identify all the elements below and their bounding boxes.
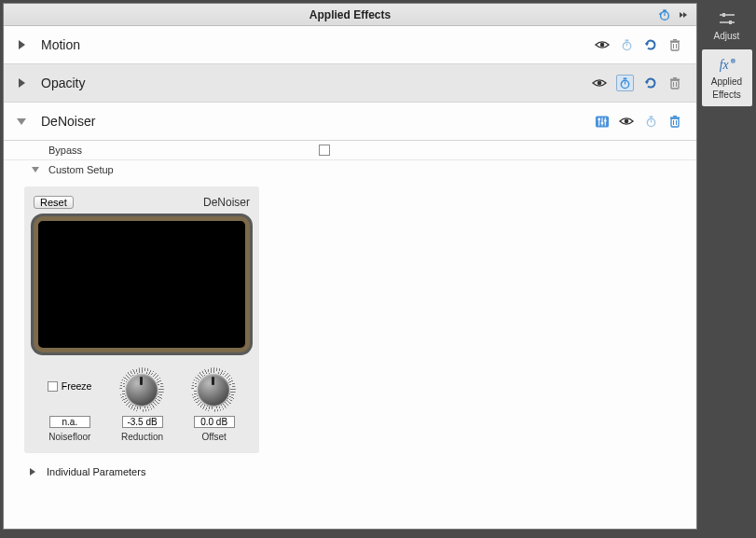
applied-effects-panel: Applied Effects Motion	[3, 3, 697, 530]
panel-header-controls	[657, 7, 691, 22]
svg-text:fx: fx	[719, 57, 728, 71]
bypass-label: Bypass	[48, 145, 282, 156]
reduction-value[interactable]: -3.5 dB	[122, 416, 163, 428]
disclosure-individual-params[interactable]	[30, 468, 41, 476]
svg-rect-22	[673, 77, 677, 79]
individual-params-row[interactable]: Individual Parameters	[4, 461, 696, 483]
svg-rect-41	[722, 13, 725, 17]
disclosure-opacity[interactable]	[15, 76, 28, 90]
effect-name: DeNoiser	[41, 114, 595, 129]
rail-tab-adjust[interactable]: Adjust	[702, 4, 752, 48]
noisefloor-label: Noisefloor	[48, 432, 90, 442]
eye-icon[interactable]	[619, 114, 634, 129]
svg-point-30	[625, 119, 629, 124]
svg-rect-1	[663, 9, 667, 11]
trash-icon[interactable]	[667, 114, 682, 129]
reduction-label: Reduction	[121, 432, 163, 442]
svg-rect-42	[729, 21, 732, 24]
stopwatch-icon[interactable]	[619, 37, 634, 52]
freeze-checkbox[interactable]	[48, 381, 58, 392]
panel-menu-icon[interactable]	[676, 7, 691, 22]
svg-rect-15	[624, 77, 627, 79]
disclosure-denoiser[interactable]	[15, 115, 28, 128]
effects-list: Motion Opacity	[4, 26, 696, 529]
freeze-label: Freeze	[62, 380, 92, 392]
noise-scope-display	[34, 216, 250, 352]
svg-point-13	[598, 81, 602, 86]
offset-knob[interactable]	[191, 367, 236, 412]
rail-tab-label-l1: Applied	[711, 76, 742, 88]
svg-rect-28	[601, 121, 603, 123]
bypass-row: Bypass	[4, 141, 696, 160]
svg-rect-8	[671, 42, 679, 50]
rail-tab-applied-effects[interactable]: fx Applied Effects	[702, 49, 752, 106]
reduction-knob[interactable]	[119, 367, 164, 412]
svg-rect-27	[598, 118, 599, 120]
reset-icon[interactable]	[643, 37, 658, 52]
effect-row-opacity[interactable]: Opacity	[4, 64, 696, 103]
adjust-icon	[717, 9, 737, 28]
svg-rect-37	[670, 117, 680, 118]
fx-icon: fx	[717, 55, 737, 74]
noisefloor-value: n.a.	[49, 416, 90, 428]
stopwatch-icon[interactable]	[616, 75, 634, 91]
trash-icon[interactable]	[667, 76, 682, 90]
svg-point-3	[600, 43, 605, 48]
stopwatch-icon[interactable]	[643, 114, 658, 129]
effect-name: Motion	[41, 37, 595, 52]
svg-rect-32	[649, 116, 653, 117]
reset-button[interactable]: Reset	[34, 196, 74, 209]
svg-rect-11	[670, 40, 680, 42]
disclosure-custom-setup[interactable]	[32, 167, 43, 172]
rail-tab-label-l2: Effects	[712, 90, 740, 101]
svg-rect-5	[625, 39, 628, 41]
svg-rect-38	[673, 116, 677, 117]
denoiser-plugin-panel: Reset DeNoiser Freeze	[24, 186, 259, 453]
bypass-checkbox[interactable]	[319, 145, 330, 156]
reset-icon[interactable]	[643, 76, 658, 90]
effect-row-motion[interactable]: Motion	[4, 26, 696, 64]
eye-icon[interactable]	[595, 37, 610, 52]
svg-rect-12	[673, 39, 677, 41]
offset-value[interactable]: 0.0 dB	[194, 416, 235, 428]
freeze-control: Freeze	[48, 380, 92, 392]
edit-properties-icon[interactable]	[595, 114, 610, 129]
offset-label: Offset	[201, 432, 227, 442]
trash-icon[interactable]	[667, 37, 682, 52]
disclosure-motion[interactable]	[15, 38, 28, 51]
individual-params-label: Individual Parameters	[47, 466, 145, 477]
panel-title: Applied Effects	[4, 8, 696, 21]
plugin-name: DeNoiser	[203, 196, 250, 209]
stopwatch-all-icon[interactable]	[657, 7, 672, 22]
panel-header: Applied Effects	[4, 4, 696, 26]
custom-setup-label: Custom Setup	[48, 164, 282, 175]
offset-control	[191, 367, 236, 412]
svg-rect-29	[604, 119, 606, 121]
right-rail: Adjust fx Applied Effects	[697, 0, 756, 538]
eye-icon[interactable]	[592, 76, 607, 90]
effect-name: Opacity	[41, 76, 592, 90]
rail-tab-label: Adjust	[714, 31, 740, 42]
reduction-control	[119, 367, 164, 412]
svg-rect-18	[671, 80, 679, 89]
svg-rect-34	[671, 118, 679, 127]
svg-rect-21	[670, 78, 680, 80]
custom-setup-row[interactable]: Custom Setup	[4, 160, 696, 179]
effect-row-denoiser[interactable]: DeNoiser	[4, 103, 696, 141]
